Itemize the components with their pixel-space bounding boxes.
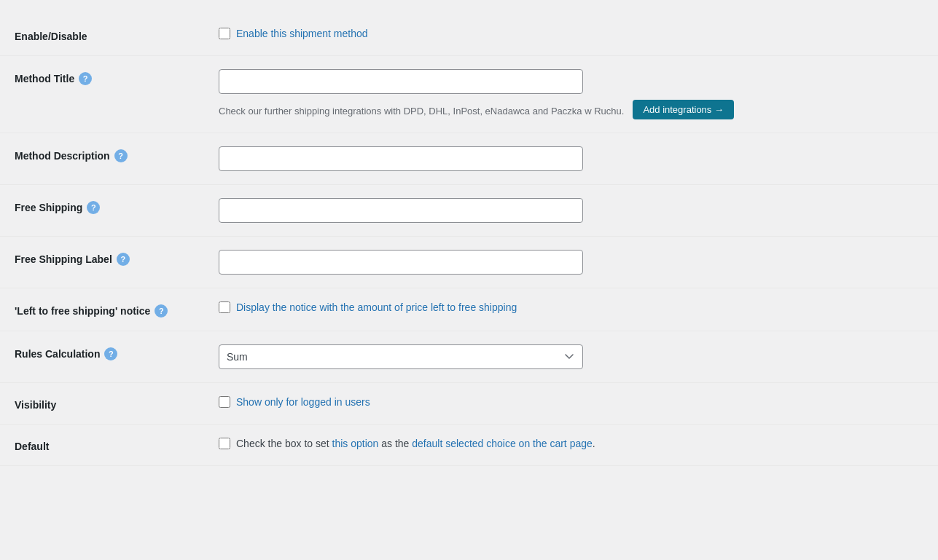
method-title-help-icon[interactable]: ? (79, 72, 92, 85)
field-method-title: Check our further shipping integrations … (219, 69, 923, 119)
enable-disable-checkbox[interactable] (219, 28, 230, 39)
visibility-checkbox-text: Show only for logged in users (236, 396, 370, 408)
label-free-shipping: Free Shipping ? (15, 198, 219, 214)
row-default: Default Check the box to set this option… (0, 425, 938, 466)
left-to-free-shipping-checkbox-label[interactable]: Display the notice with the amount of pr… (219, 301, 923, 313)
label-text: 'Left to free shipping' notice (15, 305, 150, 317)
row-free-shipping-label: Free Shipping Label ? (0, 237, 938, 288)
label-method-title: Method Title ? (15, 69, 219, 85)
field-method-description (219, 146, 923, 171)
label-text: Rules Calculation (15, 348, 100, 360)
field-visibility: Show only for logged in users (219, 396, 923, 408)
label-left-to-free-shipping: 'Left to free shipping' notice ? (15, 301, 219, 318)
row-method-title: Method Title ? Check our further shippin… (0, 56, 938, 133)
visibility-checkbox[interactable] (219, 396, 230, 408)
method-description-help-icon[interactable]: ? (114, 149, 128, 162)
default-checkbox-highlight2: default selected choice on the cart page (412, 438, 593, 449)
label-text: Method Title (15, 73, 74, 84)
field-default: Check the box to set this option as the … (219, 438, 923, 449)
method-description-input[interactable] (219, 146, 583, 171)
label-enable-disable: Enable/Disable (15, 28, 219, 42)
row-visibility: Visibility Show only for logged in users (0, 383, 938, 425)
label-text: Method Description (15, 150, 110, 162)
default-checkbox-text: Check the box to set this option as the … (236, 438, 595, 449)
row-left-to-free-shipping: 'Left to free shipping' notice ? Display… (0, 288, 938, 331)
label-text: Enable/Disable (15, 31, 87, 42)
default-checkbox-highlight: this option (332, 438, 379, 449)
field-free-shipping (219, 198, 923, 223)
label-visibility: Visibility (15, 396, 219, 411)
settings-table: Enable/Disable Enable this shipment meth… (0, 15, 938, 466)
left-to-free-shipping-help-icon[interactable]: ? (155, 304, 168, 318)
label-text: Free Shipping (15, 202, 82, 213)
label-method-description: Method Description ? (15, 146, 219, 162)
label-free-shipping-label: Free Shipping Label ? (15, 250, 219, 266)
visibility-checkbox-label[interactable]: Show only for logged in users (219, 396, 923, 408)
label-text: Visibility (15, 399, 56, 411)
free-shipping-label-help-icon[interactable]: ? (117, 253, 130, 266)
field-enable-disable: Enable this shipment method (219, 28, 923, 39)
rules-calculation-help-icon[interactable]: ? (104, 347, 117, 360)
free-shipping-help-icon[interactable]: ? (87, 201, 100, 214)
field-free-shipping-label (219, 250, 923, 275)
integration-row: Check our further shipping integrations … (219, 100, 923, 119)
free-shipping-label-input[interactable] (219, 250, 583, 275)
method-title-input[interactable] (219, 69, 583, 94)
default-checkbox[interactable] (219, 438, 230, 449)
field-rules-calculation: Sum Min Max (219, 344, 923, 369)
left-to-free-shipping-checkbox[interactable] (219, 301, 230, 313)
free-shipping-input[interactable] (219, 198, 583, 223)
row-rules-calculation: Rules Calculation ? Sum Min Max (0, 331, 938, 383)
row-free-shipping: Free Shipping ? (0, 185, 938, 237)
rules-calculation-select[interactable]: Sum Min Max (219, 344, 583, 369)
label-rules-calculation: Rules Calculation ? (15, 344, 219, 360)
label-default: Default (15, 438, 219, 452)
row-enable-disable: Enable/Disable Enable this shipment meth… (0, 15, 938, 56)
default-checkbox-label[interactable]: Check the box to set this option as the … (219, 438, 923, 449)
label-text: Free Shipping Label (15, 253, 112, 265)
field-left-to-free-shipping: Display the notice with the amount of pr… (219, 301, 923, 313)
add-integrations-button[interactable]: Add integrations → (633, 100, 734, 119)
integration-note: Check our further shipping integrations … (219, 106, 624, 117)
label-text: Default (15, 441, 49, 452)
left-to-free-shipping-checkbox-text: Display the notice with the amount of pr… (236, 301, 517, 313)
enable-disable-checkbox-label[interactable]: Enable this shipment method (219, 28, 923, 39)
row-method-description: Method Description ? (0, 133, 938, 185)
enable-disable-checkbox-text: Enable this shipment method (236, 28, 368, 39)
